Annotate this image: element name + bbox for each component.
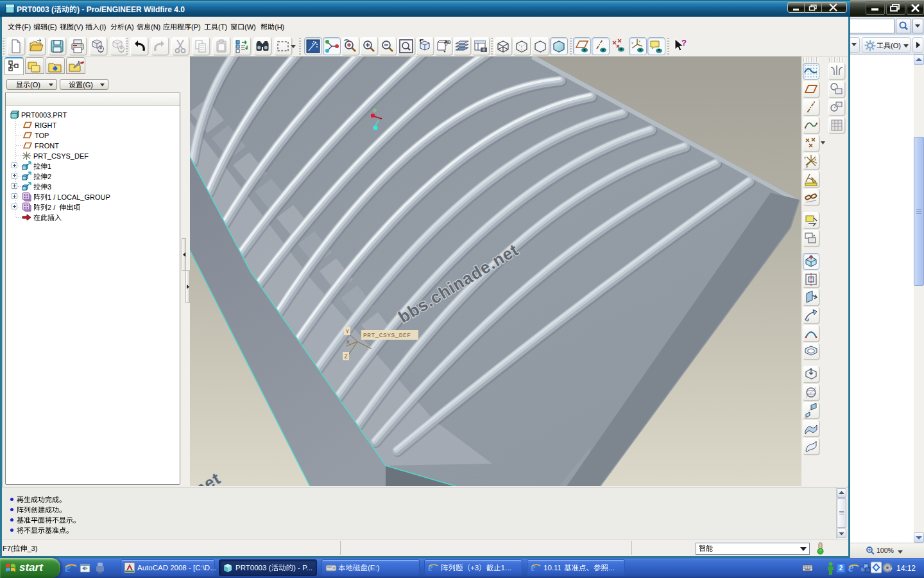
- svg-text:(E:): (E:): [368, 564, 380, 572]
- svg-text:e: e: [65, 561, 71, 574]
- svg-text:RIGHT: RIGHT: [35, 121, 57, 129]
- svg-text:AutoCAD 2008 - [C:\D...: AutoCAD 2008 - [C:\D...: [137, 564, 216, 572]
- svg-text:(F): (F): [22, 23, 31, 31]
- svg-text:(V): (V): [74, 23, 83, 31]
- svg-text:_3): _3): [27, 545, 38, 552]
- svg-text:(N): (N): [151, 23, 160, 31]
- svg-text:PRT0003.PRT: PRT0003.PRT: [21, 111, 67, 119]
- svg-text:1: 1: [47, 162, 51, 170]
- svg-text:PRT_CSYS_DEF: PRT_CSYS_DEF: [33, 152, 89, 160]
- svg-text:2 /: 2 /: [47, 204, 56, 211]
- svg-text:(T): (T): [218, 23, 227, 31]
- svg-text:y: y: [804, 155, 806, 159]
- svg-text:...: ...: [608, 564, 615, 572]
- svg-text:y: y: [631, 40, 633, 44]
- svg-text:14:12: 14:12: [896, 564, 916, 573]
- svg-text:PRT0003 (: PRT0003 (: [17, 5, 54, 14]
- svg-text:z: z: [806, 165, 808, 169]
- svg-text:X: X: [346, 339, 350, 345]
- svg-text:FRONT: FRONT: [35, 142, 59, 150]
- svg-text:x: x: [638, 39, 640, 43]
- svg-text:F7(: F7(: [3, 545, 13, 552]
- svg-text:(W): (W): [244, 23, 256, 31]
- svg-text:AB: AB: [444, 39, 451, 45]
- svg-text:(I): (I): [99, 23, 106, 31]
- svg-text:e: e: [848, 561, 854, 574]
- svg-text:(E): (E): [47, 23, 57, 31]
- svg-text:start: start: [19, 561, 44, 574]
- svg-text:(O): (O): [891, 42, 901, 49]
- svg-text:) - Pro/ENGINEER Wildfire 4.0: ) - Pro/ENGINEER Wildfire 4.0: [77, 5, 185, 14]
- svg-text:(G): (G): [83, 81, 93, 89]
- svg-text:3: 3: [47, 183, 51, 191]
- svg-text:(A): (A): [124, 23, 134, 31]
- svg-text:) - P...: ) - P...: [293, 564, 312, 572]
- svg-text:PRT_CSYS_DEF: PRT_CSYS_DEF: [363, 332, 411, 339]
- svg-text:100%: 100%: [877, 547, 894, 554]
- svg-text:Z: Z: [345, 354, 348, 360]
- svg-text:TOP: TOP: [35, 132, 49, 139]
- svg-text:?: ?: [681, 38, 687, 48]
- svg-text:Y: Y: [346, 329, 350, 335]
- svg-text:1...: 1...: [501, 564, 511, 572]
- svg-text:e: e: [531, 561, 536, 574]
- svg-text:10.11: 10.11: [543, 564, 561, 572]
- svg-text:2: 2: [47, 173, 51, 180]
- svg-text:e: e: [428, 561, 433, 574]
- svg-text:PRT0003 (: PRT0003 (: [235, 564, 271, 572]
- svg-text:(O): (O): [30, 81, 40, 89]
- svg-text:+3: +3: [470, 564, 479, 572]
- svg-text:(H): (H): [275, 23, 284, 31]
- svg-text:1 / LOCAL_GROUP: 1 / LOCAL_GROUP: [47, 193, 110, 201]
- svg-text:x: x: [814, 157, 816, 161]
- svg-text:2: 2: [839, 565, 843, 572]
- svg-text:(P): (P): [191, 23, 201, 31]
